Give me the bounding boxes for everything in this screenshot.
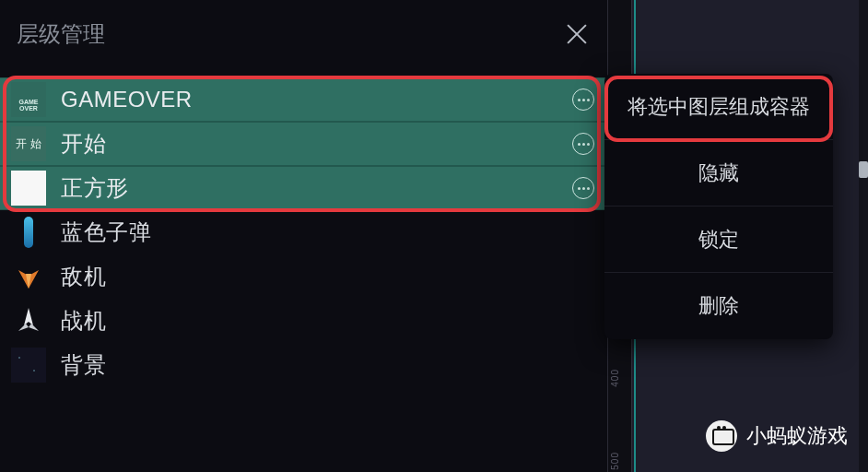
more-icon[interactable] (572, 133, 594, 155)
ruler-tick: 400 (610, 369, 620, 387)
layer-row-bullet[interactable]: 蓝色子弹 (0, 210, 607, 254)
layer-list: GAME OVER GAMEOVER 开 始 开始 正方形 蓝色子弹 (0, 68, 607, 387)
layer-label: GAMEOVER (61, 87, 572, 112)
layer-label: 正方形 (61, 173, 572, 203)
layer-thumb-bullet (11, 215, 46, 250)
menu-item-group-container[interactable]: 将选中图层组成容器 (604, 74, 833, 140)
layer-thumb-player (11, 303, 46, 338)
more-icon[interactable] (572, 88, 594, 111)
more-icon[interactable] (572, 177, 594, 199)
watermark: 小蚂蚁游戏 (706, 420, 848, 452)
layer-row-background[interactable]: 背景 (0, 343, 607, 387)
menu-item-lock[interactable]: 锁定 (604, 206, 833, 273)
layer-thumb-square (11, 171, 46, 206)
layer-panel: 层级管理 GAME OVER GAMEOVER 开 始 开始 正方形 蓝色子弹 (0, 0, 608, 472)
menu-item-delete[interactable]: 删除 (604, 273, 833, 339)
layer-row-enemy[interactable]: 敌机 (0, 254, 607, 299)
layer-label: 蓝色子弹 (61, 218, 594, 247)
layer-row-start[interactable]: 开 始 开始 (0, 122, 607, 166)
layer-thumb-start: 开 始 (11, 126, 46, 161)
ruler-tick: 500 (610, 452, 620, 470)
layer-row-square[interactable]: 正方形 (0, 166, 607, 210)
layer-row-player[interactable]: 战机 (0, 299, 607, 343)
panel-header: 层级管理 (0, 0, 607, 68)
svg-marker-3 (18, 324, 39, 331)
close-icon[interactable] (565, 22, 589, 46)
enemy-ship-icon (13, 261, 44, 292)
layer-label: 战机 (61, 306, 594, 336)
layer-label: 敌机 (61, 262, 594, 291)
layer-thumb-enemy (11, 259, 46, 294)
layer-label: 开始 (61, 129, 572, 159)
scrollbar-thumb[interactable] (859, 161, 868, 178)
context-menu: 将选中图层组成容器 隐藏 锁定 删除 (604, 74, 833, 339)
layer-row-gameover[interactable]: GAME OVER GAMEOVER (0, 77, 607, 122)
svg-marker-2 (24, 308, 33, 325)
scrollbar-track[interactable] (859, 0, 868, 472)
menu-item-hide[interactable]: 隐藏 (604, 140, 833, 206)
player-ship-icon (13, 305, 44, 336)
wechat-icon (706, 420, 737, 452)
layer-thumb-gameover: GAME OVER (11, 82, 46, 117)
panel-title: 层级管理 (17, 19, 105, 49)
layer-label: 背景 (61, 350, 594, 380)
watermark-text: 小蚂蚁游戏 (746, 422, 848, 450)
layer-thumb-background (11, 348, 46, 383)
